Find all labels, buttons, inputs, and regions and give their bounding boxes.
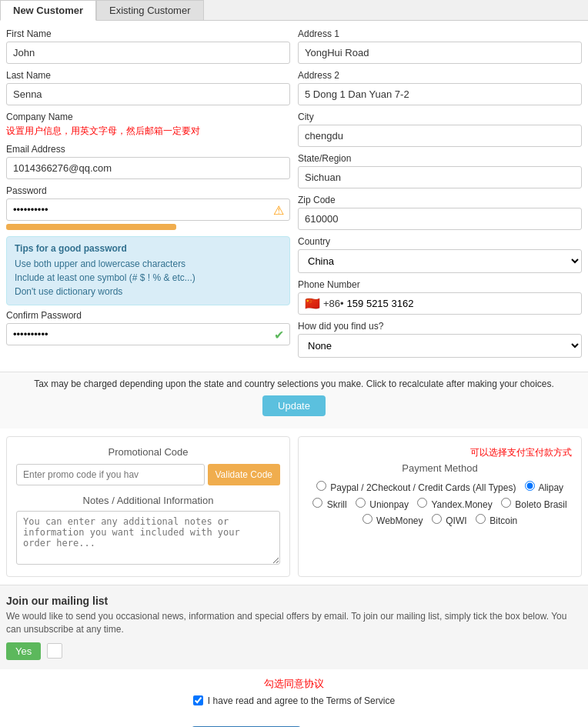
state-group: State/Region [298,153,582,188]
agreement-text: I have read and agree to the Terms of Se… [208,695,395,706]
first-name-group: First Name [6,28,290,64]
payment-option-bitcoin[interactable]: Bitcoin [476,515,517,526]
payment-option-unionpay[interactable]: Unionpay [356,499,409,510]
agreement-checkbox[interactable] [193,695,203,705]
payment-option-webmoney[interactable]: WebMoney [362,515,423,526]
tips-box: Tips for a good password Use both upper … [6,236,290,305]
payment-radio-webmoney[interactable] [362,514,373,524]
payment-radio-alipay[interactable] [525,481,535,491]
payment-option-boleto[interactable]: Boleto Brasil [501,499,567,510]
payment-row-1: Paypal / 2Checkout / Credit Cards (All T… [308,480,572,497]
promo-code-input[interactable] [16,464,205,485]
mailing-row: Yes [6,642,582,660]
lower-section: Promotional Code Validate Code Notes / A… [0,429,588,585]
zip-label: Zip Code [298,195,582,205]
company-name-label: Company Name [6,112,290,122]
confirm-password-wrapper: ✔ [6,323,290,345]
country-label: Country [298,236,582,247]
password-wrapper: ⚠ [6,198,290,221]
left-column: First Name Last Name Company Name 设置用户信息… [6,28,290,364]
confirm-password-input[interactable] [6,323,290,345]
payment-radio-paypal[interactable] [316,481,326,491]
company-name-group: Company Name 设置用户信息，用英文字母，然后邮箱一定要对 [6,112,290,138]
phone-label: Phone Number [298,279,582,290]
payment-options: Paypal / 2Checkout / Credit Cards (All T… [308,480,572,530]
first-name-input[interactable] [6,42,290,64]
address1-input[interactable] [298,42,582,64]
payment-option-alipay[interactable]: Alipay [525,482,563,493]
password-group: Password ⚠ [6,185,290,230]
how-label: How did you find us? [298,321,582,332]
mailing-checkbox[interactable] [47,643,62,659]
validate-code-button[interactable]: Validate Code [208,464,281,485]
tips-body: Use both upper and lowercase characters … [15,257,282,298]
payment-option-qiwi[interactable]: QIWI [432,515,467,526]
password-label: Password [6,185,290,196]
payment-radio-boleto[interactable] [501,498,511,508]
payment-radio-unionpay[interactable] [356,498,366,508]
mailing-title: Join our mailing list [6,595,582,607]
payment-row-3: WebMoney QIWI Bitcoin [308,513,572,530]
agreement-note: 勾选同意协议 [6,677,582,691]
mailing-section: Join our mailing list We would like to s… [0,585,588,669]
payment-option-yandex[interactable]: Yandex.Money [417,499,492,510]
payment-radio-skrill[interactable] [312,498,322,508]
how-group: How did you find us? None Search Engine … [298,321,582,358]
tip-line-2: Include at least one symbol (# $ ! % & e… [15,271,282,285]
payment-alipay-note: 可以选择支付宝付款方式 [308,446,572,459]
first-name-label: First Name [6,28,290,39]
last-name-input[interactable] [6,83,290,105]
phone-field-wrapper: 🇨🇳 +86• [298,292,582,315]
zip-group: Zip Code [298,195,582,230]
notes-section: Notes / Additional Information [16,495,280,567]
agreement-section: 勾选同意协议 I have read and agree to the Term… [0,669,588,722]
address1-label: Address 1 [298,28,582,39]
tab-existing-customer[interactable]: Existing Customer [96,0,203,20]
update-button[interactable]: Update [262,395,326,416]
main-form: First Name Last Name Company Name 设置用户信息… [0,21,588,372]
zip-input[interactable] [298,208,582,230]
confirm-password-label: Confirm Password [6,310,290,321]
tabs-container: New Customer Existing Customer [0,0,588,21]
phone-input[interactable] [347,293,575,314]
password-input[interactable] [6,198,290,221]
phone-code: +86• [323,298,344,309]
password-warning-icon: ⚠ [273,202,284,217]
tax-notice: Tax may be charged depending upon the st… [0,372,588,429]
how-select[interactable]: None Search Engine Friend Advertisement [298,334,582,358]
agreement-row: I have read and agree to the Terms of Se… [6,695,582,706]
address2-group: Address 2 [298,70,582,105]
city-group: City [298,112,582,147]
checkout-section: Checkout ➔ 最后点击提交订单 [0,722,588,727]
address1-group: Address 1 [298,28,582,64]
payment-radio-yandex[interactable] [417,498,427,508]
payment-option-paypal[interactable]: Paypal / 2Checkout / Credit Cards (All T… [316,482,516,493]
tip-line-3: Don't use dictionary words [15,285,282,298]
last-name-label: Last Name [6,70,290,81]
address2-input[interactable] [298,83,582,105]
city-label: City [298,112,582,122]
payment-option-skrill[interactable]: Skrill [312,499,346,510]
payment-radio-qiwi[interactable] [432,514,442,524]
address2-label: Address 2 [298,70,582,81]
notes-title: Notes / Additional Information [16,495,280,506]
tab-new-customer[interactable]: New Customer [0,0,96,21]
country-group: Country China United States United Kingd… [298,236,582,273]
mailing-yes-button[interactable]: Yes [6,642,41,660]
payment-radio-bitcoin[interactable] [476,514,486,524]
email-label: Email Address [6,144,290,155]
state-input[interactable] [298,166,582,188]
phone-flag-icon: 🇨🇳 [305,296,320,311]
notes-textarea[interactable] [16,511,280,565]
mailing-desc: We would like to send you occasional new… [6,610,582,636]
last-name-group: Last Name [6,70,290,105]
payment-row-2: Skrill Unionpay Yandex.Money Boleto Bras… [308,497,572,514]
email-group: Email Address [6,144,290,179]
city-input[interactable] [298,125,582,147]
tax-notice-text: Tax may be charged depending upon the st… [34,379,554,389]
tips-title: Tips for a good password [15,243,282,254]
country-select[interactable]: China United States United Kingdom Japan [298,249,582,273]
promo-title: Promotional Code [16,446,280,458]
right-column: Address 1 Address 2 City State/Region Zi… [298,28,582,364]
email-input[interactable] [6,157,290,179]
